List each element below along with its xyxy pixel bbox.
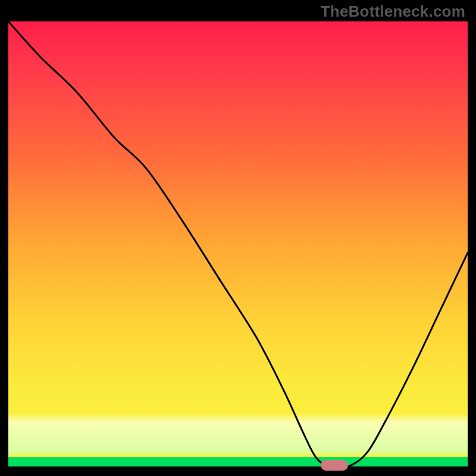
chart-frame: TheBottleneck.com [0, 0, 476, 476]
optimum-marker [321, 460, 348, 471]
bottleneck-curve [8, 21, 468, 466]
watermark-text: TheBottleneck.com [321, 2, 465, 21]
plot-area [8, 21, 468, 466]
